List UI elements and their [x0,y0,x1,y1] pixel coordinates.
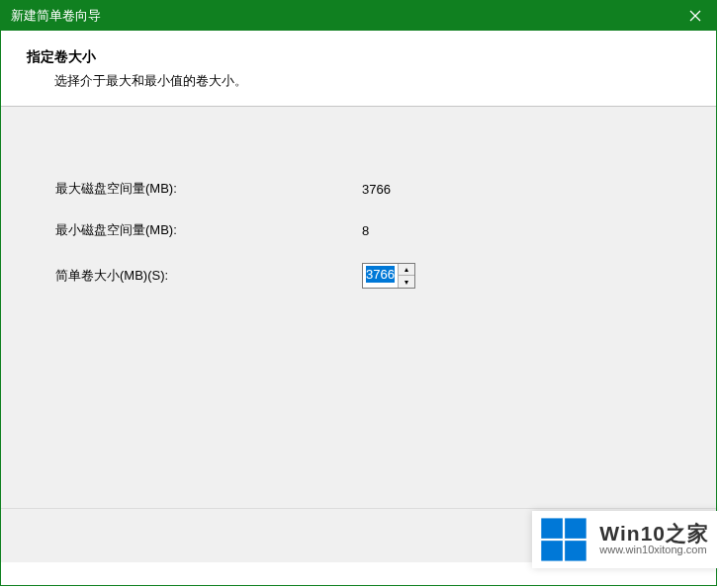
max-space-row: 最大磁盘空间量(MB): 3766 [55,180,662,198]
min-space-row: 最小磁盘空间量(MB): 8 [55,221,662,239]
wizard-header: 指定卷大小 选择介于最大和最小值的卷大小。 [1,31,716,107]
wizard-body: 最大磁盘空间量(MB): 3766 最小磁盘空间量(MB): 8 简单卷大小(M… [1,107,716,508]
titlebar: 新建简单卷向导 [1,1,716,31]
size-input-value: 3766 [366,266,395,283]
svg-rect-2 [542,518,564,538]
window-title: 新建简单卷向导 [11,7,674,25]
size-row: 简单卷大小(MB)(S): 3766 ▴ ▾ [55,263,662,289]
svg-rect-5 [565,541,586,560]
watermark-url: www.win10xitong.com [599,545,709,556]
min-space-value: 8 [362,223,369,238]
watermark-text: Win10之家 www.win10xitong.com [599,523,709,556]
size-spinner: 3766 ▴ ▾ [362,263,415,289]
max-space-label: 最大磁盘空间量(MB): [55,180,362,198]
page-title: 指定卷大小 [27,48,696,66]
size-input[interactable]: 3766 [363,264,398,288]
spinner-down-button[interactable]: ▾ [399,276,414,288]
min-space-label: 最小磁盘空间量(MB): [55,221,362,239]
close-button[interactable] [674,1,716,31]
windows-logo-icon [536,515,591,564]
spinner-up-button[interactable]: ▴ [399,264,414,276]
watermark-brand: Win10之家 [599,523,709,545]
size-label: 简单卷大小(MB)(S): [55,267,362,285]
chevron-up-icon: ▴ [404,265,408,274]
spinner-buttons: ▴ ▾ [398,264,414,288]
wizard-window: 新建简单卷向导 指定卷大小 选择介于最大和最小值的卷大小。 最大磁盘空间量(MB… [0,0,717,586]
max-space-value: 3766 [362,182,391,197]
chevron-down-icon: ▾ [404,278,408,287]
svg-rect-3 [565,518,586,538]
close-icon [689,10,701,22]
watermark: Win10之家 www.win10xitong.com [532,511,719,568]
svg-rect-4 [542,541,564,560]
page-subtitle: 选择介于最大和最小值的卷大小。 [54,72,696,90]
